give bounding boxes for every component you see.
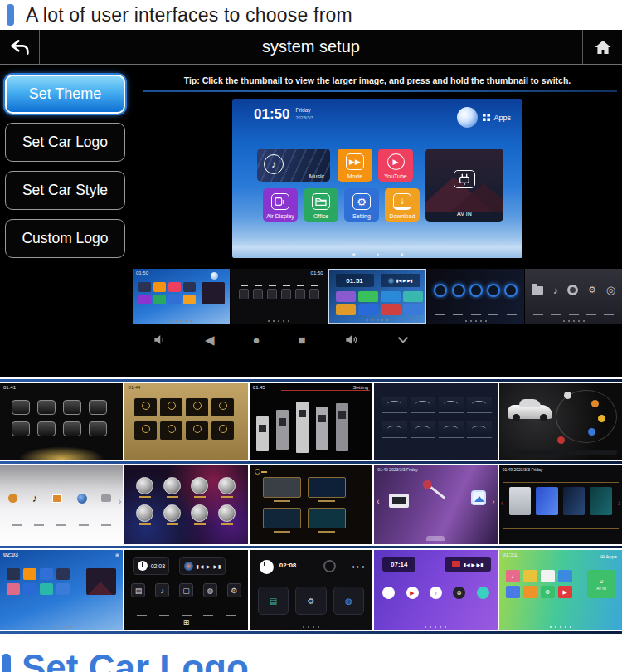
next-chevron[interactable]: › (618, 499, 620, 508)
display-tile (506, 586, 520, 598)
theme-row-3: 02:03 ⊞ 02:03 ▮◀ ▶ ▶▮ ▤ ♪ ▢ ◍ (0, 550, 622, 630)
app-icon-row: ▤ ♪ ▢ ◍ ⚙ (131, 583, 241, 597)
vinyl-icon (184, 562, 193, 571)
carousel-thumb-dark-row[interactable]: 01:50 (231, 269, 328, 324)
theme-thumb-violet-carousel[interactable]: 01:49 2023/3/3 Friday ‹ › (374, 465, 497, 544)
theme-row-2: ♪ › 01:49 2023/3/3 Friday ‹ › (0, 465, 622, 544)
movie-icon (8, 494, 17, 503)
air-display-icon (271, 193, 289, 210)
custom-logo-button[interactable]: Custom Logo (5, 219, 125, 258)
theme-thumb-sports-car[interactable] (499, 383, 622, 460)
tile-office[interactable]: Office (304, 188, 338, 222)
set-car-style-button[interactable]: Set Car Style (5, 171, 125, 210)
theme-carousel: 01:50 01:50 (133, 269, 622, 324)
mini-gray-icons: ♪ ⚙ ◎ (532, 284, 615, 296)
set-theme-button[interactable]: Set Theme (5, 75, 125, 114)
transport-icons: ▮◀ ▶ ▶▮ (197, 563, 222, 569)
next-chevron[interactable]: › (119, 497, 121, 506)
preview-date: 2023/3/3 (295, 115, 313, 120)
theme-thumb-sketch-icons[interactable] (374, 383, 497, 460)
theme-thumb-glass-icons[interactable]: 01:41 (0, 383, 123, 460)
theme-thumb-media-widgets[interactable]: 02:03 ▮◀ ▶ ▶▮ ▤ ♪ ▢ ◍ ⚙ ⊞ (124, 550, 247, 630)
device-body: Set Theme Set Car Logo Set Car Style Cus… (0, 65, 622, 377)
carousel-thumb-blue-grid[interactable]: 01:50 (133, 269, 230, 324)
gallery-icon (471, 490, 486, 505)
browser-globe-icon (77, 494, 87, 504)
tile-air-display[interactable]: Air Display (263, 188, 298, 222)
music-note-icon: ♪ (155, 583, 169, 597)
gear-icon: ⚙ (453, 587, 465, 599)
tile-youtube[interactable]: ▶ YouTube (378, 149, 413, 182)
theme-thumb-mono-bars[interactable]: 01:45 Setting (250, 383, 372, 460)
tile-movie[interactable]: ▶▶ Movie (338, 149, 372, 182)
preview-status-right: Apps (457, 107, 511, 128)
circle-icon-grid (136, 477, 236, 522)
key-icon (255, 469, 260, 475)
carousel-thumb-gray-icons[interactable]: ♪ ⚙ ◎ (525, 269, 622, 324)
mini-tile-grid: ♪ ⚙ ▶ (506, 570, 572, 598)
mini-av-tile (202, 282, 225, 304)
clock-face (138, 561, 148, 571)
theme-thumb-gold-grid[interactable]: 01:44 (124, 383, 247, 460)
collapse-chevron-icon[interactable] (396, 335, 410, 345)
tip-underline (143, 90, 617, 92)
mini-home-icon: ● (377, 251, 379, 256)
gear-icon: ⚙ (295, 587, 326, 615)
movie-icon: ▶▶ (346, 153, 364, 170)
page-title: A lot of user interfaces to choose from (26, 4, 352, 27)
tip-text: Tip: Click the thumbnail to view the lar… (133, 75, 622, 85)
office-icon: ▢ (179, 583, 193, 597)
mini-av-tile (86, 568, 116, 595)
prev-chevron[interactable]: ‹ (377, 497, 379, 506)
tile-av-in[interactable]: AV IN (425, 149, 503, 222)
theme-thumb-light-minimal[interactable]: ♪ › (0, 465, 123, 544)
red-accent-line (281, 390, 370, 391)
gear-icon: ⚙ (352, 193, 371, 210)
setting-corner-label: Setting (353, 385, 369, 390)
home-pill (426, 536, 445, 541)
moon-image (457, 107, 478, 128)
youtube-tile: ▶ (558, 586, 572, 598)
tile-setting[interactable]: ⚙ Setting (344, 188, 379, 222)
sketch-icon-grid (382, 397, 492, 438)
tile-music[interactable]: ♪ Music (257, 149, 330, 182)
mini-av-tile: ⊍ AV IN (587, 570, 615, 598)
theme-thumb-clock-tiles[interactable]: 02:08 — — — ◂ ▸ ▸ ▤ ⚙ ◍ (250, 550, 372, 630)
theme-thumb-gold-frames[interactable] (250, 465, 372, 544)
blue-divider (0, 377, 622, 383)
tile-download[interactable]: ↓ Download (385, 188, 420, 222)
clock-subtext: — — — (279, 570, 293, 574)
theme-preview-large[interactable]: 01:50 Friday 2023/3/3 Apps (232, 99, 522, 258)
rounded-tile-row: ▤ ⚙ ◍ (258, 587, 364, 615)
av-plug-icon (454, 170, 475, 188)
air-display-tile (558, 570, 572, 582)
nav-back-icon[interactable]: ◀ (205, 334, 215, 346)
apps-mini-label: ⊞ (115, 553, 119, 558)
carousel-thumb-neon-circles[interactable] (427, 269, 524, 324)
music-note-icon: ♪ (264, 154, 284, 174)
volume-up-icon[interactable] (344, 333, 358, 347)
gear-icon: ⚙ (227, 583, 241, 597)
glass-icon-grid (12, 400, 107, 436)
volume-down-icon[interactable] (153, 333, 167, 347)
android-navbar: ◀ ● ■ (133, 333, 622, 347)
theme-thumb-blue-grid[interactable]: 02:03 ⊞ (0, 550, 123, 630)
home-button[interactable] (582, 30, 622, 64)
set-car-logo-button[interactable]: Set Car Logo (5, 123, 125, 162)
mini-moon (211, 272, 218, 280)
media-widget: ▮◀ ▶ ▶▮ (179, 557, 226, 575)
nav-stop-icon[interactable]: ■ (299, 334, 306, 346)
theme-thumb-nebula-circles[interactable] (124, 465, 247, 544)
carousel-thumb-selected[interactable]: 01:51 ▮◀ ▶ ▶▮ (328, 269, 427, 324)
heading-accent-bar (2, 654, 11, 672)
theme-thumb-dark-cards[interactable]: 01:49 2023/3/3 Friday ‹ › (499, 465, 622, 544)
transport-icons: ◂ ▸ ▸ (352, 563, 366, 569)
next-chevron[interactable]: › (492, 497, 494, 506)
sports-car-image (508, 405, 552, 419)
browser-tile (541, 570, 555, 582)
theme-thumb-purple-leaf[interactable]: 07:14 ▮◀ ▶ ▶▮ ▶ ♪ ⚙ (374, 550, 497, 630)
nav-home-icon[interactable]: ● (253, 334, 260, 346)
theme-thumb-green-gradient[interactable]: 01:51 ⊞ Apps ♪ ⚙ ▶ ⊍ AV IN (499, 550, 622, 630)
back-button[interactable] (0, 30, 40, 64)
prev-chevron[interactable]: ‹ (501, 499, 503, 508)
